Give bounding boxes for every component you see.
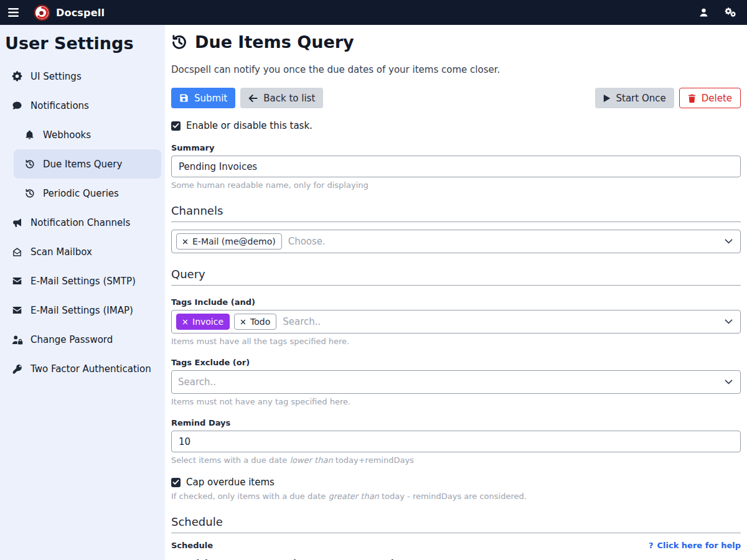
summary-label: Summary <box>171 143 741 152</box>
sidebar-item-webhooks[interactable]: Webhooks <box>0 120 165 149</box>
save-icon <box>179 93 189 103</box>
tag-chip-invoice[interactable]: Invoice <box>176 314 230 330</box>
tags-include-label: Tags Include (and) <box>171 297 741 307</box>
arrow-left-icon <box>248 94 258 103</box>
comment-icon <box>11 101 23 111</box>
sidebar: User Settings UI Settings Notifications … <box>0 25 165 560</box>
chevron-down-icon[interactable] <box>725 380 733 385</box>
remind-days-field: Remind Days Select items with a due date… <box>171 418 741 465</box>
settings-gears-icon[interactable] <box>725 7 737 17</box>
main-content: Due Items Query Docspell can notify you … <box>165 25 747 560</box>
start-once-label: Start Once <box>616 93 666 104</box>
sidebar-item-two-factor-auth[interactable]: Two Factor Authentication <box>0 354 165 383</box>
schedule-label-row: Schedule ? Click here for help <box>171 541 741 550</box>
remove-chip-icon[interactable] <box>182 319 188 325</box>
channel-chip-label: E-Mail (me@demo) <box>192 236 276 246</box>
check-icon <box>172 479 179 485</box>
envelope-icon <box>11 306 23 314</box>
back-to-list-button[interactable]: Back to list <box>240 88 323 108</box>
bell-icon <box>24 130 35 140</box>
clock-history-icon <box>24 189 35 198</box>
sidebar-item-notifications[interactable]: Notifications <box>0 91 165 120</box>
sidebar-item-scan-mailbox[interactable]: Scan Mailbox <box>0 237 165 266</box>
summary-input[interactable] <box>171 156 741 177</box>
tags-include-select[interactable]: Invoice Todo Search.. <box>171 310 741 334</box>
sidebar-item-label: Notifications <box>31 100 89 111</box>
clock-history-icon <box>171 34 187 50</box>
cap-overdue-label: Cap overdue items <box>186 477 275 488</box>
enable-task-checkbox[interactable] <box>171 121 181 131</box>
enable-task-label: Enable or disable this task. <box>186 120 312 131</box>
schedule-help-label: Click here for help <box>657 541 741 550</box>
channel-chip[interactable]: E-Mail (me@demo) <box>176 233 282 250</box>
envelope-icon <box>11 277 23 285</box>
tags-include-help: Items must have all the tags specified h… <box>171 337 741 346</box>
remove-chip-icon[interactable] <box>182 239 188 245</box>
hamburger-icon <box>8 8 19 17</box>
tag-chip-label: Todo <box>250 317 270 327</box>
tag-chip-todo[interactable]: Todo <box>234 314 276 330</box>
user-icon[interactable] <box>699 7 708 17</box>
sidebar-item-label: E-Mail Settings (IMAP) <box>31 305 133 316</box>
delete-label: Delete <box>702 93 732 104</box>
delete-button[interactable]: Delete <box>679 88 741 108</box>
schedule-help-link[interactable]: ? Click here for help <box>649 541 741 550</box>
cap-overdue-row: Cap overdue items <box>171 477 741 488</box>
submit-button[interactable]: Submit <box>171 88 235 108</box>
channels-placeholder: Choose. <box>288 236 326 247</box>
check-icon <box>172 123 179 129</box>
app-brand[interactable]: Docspell <box>34 4 105 21</box>
sidebar-item-change-password[interactable]: Change Password <box>0 325 165 354</box>
user-lock-icon <box>11 335 23 345</box>
summary-field: Summary Some human readable name, only f… <box>171 143 741 190</box>
sidebar-item-label: Due Items Query <box>43 159 122 170</box>
sidebar-item-email-settings-imap[interactable]: E-Mail Settings (IMAP) <box>0 296 165 325</box>
sidebar-item-periodic-queries[interactable]: Periodic Queries <box>0 179 165 208</box>
menu-button[interactable] <box>0 8 26 17</box>
sidebar-item-notification-channels[interactable]: Notification Channels <box>0 208 165 237</box>
app-title: Docspell <box>56 7 105 19</box>
bullhorn-icon <box>11 218 23 228</box>
sidebar-item-due-items-query[interactable]: Due Items Query <box>14 149 161 179</box>
chevron-down-icon[interactable] <box>725 319 733 324</box>
sidebar-item-label: Scan Mailbox <box>31 246 92 258</box>
remind-days-input[interactable] <box>171 431 741 452</box>
schedule-label: Schedule <box>171 541 213 550</box>
summary-help: Some human readable name, only for displ… <box>171 180 741 190</box>
remind-days-label: Remind Days <box>171 418 741 427</box>
cap-overdue-help: If checked, only items with a due date g… <box>171 492 741 501</box>
chevron-down-icon[interactable] <box>725 239 733 244</box>
remove-chip-icon[interactable] <box>240 319 246 325</box>
tags-exclude-select[interactable]: Search.. <box>171 370 741 394</box>
docspell-logo-icon <box>34 4 50 21</box>
key-icon <box>11 364 23 374</box>
sidebar-item-ui-settings[interactable]: UI Settings <box>0 62 165 91</box>
enable-task-row: Enable or disable this task. <box>171 120 741 131</box>
page-title: User Settings <box>5 34 165 53</box>
query-heading: Query <box>171 268 741 286</box>
back-to-list-label: Back to list <box>263 93 315 104</box>
action-bar: Submit Back to list Start Once Delete <box>171 88 741 108</box>
sidebar-item-label: E-Mail Settings (SMTP) <box>31 276 136 287</box>
play-icon <box>603 94 611 103</box>
question-icon: ? <box>649 541 654 550</box>
intro-text: Docspell can notify you once the due dat… <box>171 64 741 75</box>
section-title: Due Items Query <box>195 32 354 52</box>
channels-select[interactable]: E-Mail (me@demo) Choose. <box>171 230 741 253</box>
sidebar-item-label: Webhooks <box>43 129 91 141</box>
start-once-button[interactable]: Start Once <box>595 88 674 108</box>
cap-overdue-checkbox[interactable] <box>171 478 181 487</box>
tags-include-field: Tags Include (and) Invoice Todo Search..… <box>171 297 741 346</box>
clock-history-icon <box>24 159 35 169</box>
sidebar-item-label: Periodic Queries <box>43 188 119 199</box>
sidebar-item-email-settings-smtp[interactable]: E-Mail Settings (SMTP) <box>0 266 165 296</box>
schedule-heading: Schedule <box>171 515 741 533</box>
gear-icon <box>11 71 23 82</box>
submit-label: Submit <box>194 93 227 104</box>
envelope-open-icon <box>11 247 23 257</box>
tags-include-placeholder: Search.. <box>283 316 321 327</box>
remind-days-help: Select items with a due date lower than … <box>171 455 741 465</box>
tags-exclude-placeholder: Search.. <box>178 376 216 388</box>
trash-icon <box>688 94 696 103</box>
topbar: Docspell <box>0 0 747 25</box>
